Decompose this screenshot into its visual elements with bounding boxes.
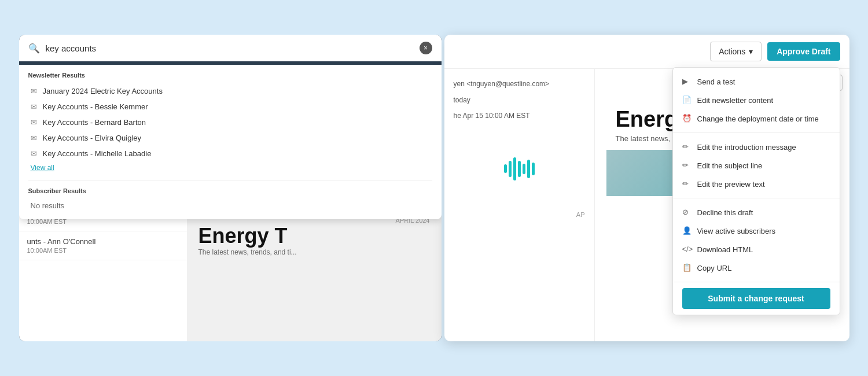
menu-item-send-test[interactable]: ▶ Send a test — [673, 72, 840, 91]
menu-item-edit-newsletter-label: Edit newsletter content — [697, 96, 774, 105]
dropdown-item-label-1: January 2024 Electric Key Accounts — [43, 87, 163, 95]
menu-item-decline-label: Decline this draft — [697, 208, 753, 217]
preview-energy-title: Energy T — [198, 224, 288, 248]
subscriber-section: Subscriber Results No results — [28, 187, 432, 212]
menu-item-copy-url[interactable]: 📋 Copy URL — [673, 259, 840, 277]
dropdown-item-label-4: Key Accounts - Elvira Quigley — [43, 134, 142, 142]
menu-item-edit-preview-label: Edit the preview text — [697, 180, 765, 189]
email-info-panel: yen <tnguyen@questline.com> today he Apr… — [444, 69, 595, 341]
copy-icon: 📋 — [682, 263, 692, 272]
envelope-icon-2: ✉ — [31, 102, 37, 111]
dropdown-item-3[interactable]: ✉ Key Accounts - Bernard Barton — [28, 115, 432, 130]
menu-item-change-deploy-label: Change the deployment date or time — [697, 115, 819, 123]
edit-doc-icon: 📄 — [682, 95, 692, 105]
dropdown-item-1[interactable]: ✉ January 2024 Electric Key Accounts — [28, 83, 432, 99]
approve-draft-button[interactable]: Approve Draft — [767, 42, 840, 61]
menu-item-send-test-label: Send a test — [697, 78, 735, 86]
envelope-icon-1: ✉ — [31, 87, 37, 95]
list-item-name-6: unts - Ann O'Connell — [27, 237, 179, 246]
menu-item-view-subscribers[interactable]: 👤 View active subscribers — [673, 222, 840, 240]
no-results-label: No results — [28, 199, 432, 212]
list-item[interactable]: unts - Ann O'Connell 10:00AM EST — [19, 231, 187, 260]
menu-item-edit-subject-label: Edit the subject line — [697, 161, 763, 170]
email-date: today — [454, 94, 585, 107]
right-panel-header: Actions ▾ Approve Draft — [444, 35, 849, 69]
divider — [28, 180, 432, 180]
search-input[interactable] — [46, 43, 414, 53]
dropdown-item-2[interactable]: ✉ Key Accounts - Bessie Kemmer — [28, 99, 432, 115]
preview-ap-label: AP — [454, 209, 585, 221]
email-deploy-time: he Apr 15 10:00 AM EST — [454, 110, 585, 123]
code-icon: </> — [682, 245, 692, 254]
menu-item-edit-preview[interactable]: ✏ Edit the preview text — [673, 175, 840, 193]
envelope-icon-4: ✉ — [31, 134, 37, 142]
clock-icon: ⏰ — [682, 114, 692, 123]
newsletter-results-title: Newsletter Results — [28, 72, 432, 79]
envelope-icon-5: ✉ — [31, 149, 37, 158]
email-from: yen <tnguyen@questline.com> — [454, 78, 585, 91]
dropdown-item-label-2: Key Accounts - Bessie Kemmer — [43, 102, 148, 111]
actions-chevron-icon: ▾ — [749, 47, 753, 56]
right-panel: Actions ▾ Approve Draft yen <tnguyen@que… — [444, 35, 849, 341]
submit-change-request-button[interactable]: Submit a change request — [682, 288, 830, 309]
envelope-icon-3: ✉ — [31, 118, 37, 127]
menu-item-change-deploy[interactable]: ⏰ Change the deployment date or time — [673, 109, 840, 128]
menu-group-2: ✏ Edit the introduction message ✏ Edit t… — [673, 133, 840, 198]
menu-item-view-subscribers-label: View active subscribers — [697, 227, 776, 235]
menu-item-download-html[interactable]: </> Download HTML — [673, 240, 840, 259]
menu-item-edit-intro[interactable]: ✏ Edit the introduction message — [673, 138, 840, 156]
subscriber-results-title: Subscriber Results — [28, 187, 432, 194]
search-dropdown: Newsletter Results ✉ January 2024 Electr… — [19, 65, 442, 219]
dropdown-item-label-3: Key Accounts - Bernard Barton — [43, 118, 146, 127]
list-item-time-6: 10:00AM EST — [27, 247, 179, 254]
edit-subject-icon: ✏ — [682, 161, 692, 170]
menu-item-copy-url-label: Copy URL — [697, 264, 732, 272]
actions-menu: ▶ Send a test 📄 Edit newsletter content … — [672, 67, 840, 315]
dropdown-item-4[interactable]: ✉ Key Accounts - Elvira Quigley — [28, 130, 432, 146]
edit-preview-icon: ✏ — [682, 179, 692, 189]
menu-item-edit-intro-label: Edit the introduction message — [697, 143, 796, 152]
search-clear-button[interactable]: × — [420, 42, 432, 54]
menu-item-edit-newsletter[interactable]: 📄 Edit newsletter content — [673, 91, 840, 109]
menu-item-download-html-label: Download HTML — [697, 245, 753, 254]
view-all-link[interactable]: View all — [28, 161, 57, 174]
search-bar-area: 🔍 × — [19, 35, 442, 61]
left-panel: 🔍 × Newsletter Results ✉ January 2024 El… — [19, 35, 442, 341]
preview-tagline: The latest news, trends, and ti... — [198, 248, 297, 256]
actions-dropdown-button[interactable]: Actions ▾ — [710, 42, 762, 61]
dropdown-item-5[interactable]: ✉ Key Accounts - Michelle Labadie — [28, 146, 432, 161]
dropdown-item-label-5: Key Accounts - Michelle Labadie — [43, 149, 152, 158]
menu-item-edit-subject[interactable]: ✏ Edit the subject line — [673, 156, 840, 175]
menu-group-3: ⊘ Decline this draft 👤 View active subsc… — [673, 198, 840, 282]
decline-icon: ⊘ — [682, 208, 692, 217]
user-icon: 👤 — [682, 226, 692, 235]
right-panel-sound-wave — [454, 157, 585, 180]
menu-item-decline[interactable]: ⊘ Decline this draft — [673, 203, 840, 222]
actions-label: Actions — [719, 47, 745, 56]
send-icon: ▶ — [682, 77, 692, 86]
menu-group-1: ▶ Send a test 📄 Edit newsletter content … — [673, 68, 840, 133]
edit-intro-icon: ✏ — [682, 142, 692, 152]
search-icon: 🔍 — [28, 43, 40, 54]
